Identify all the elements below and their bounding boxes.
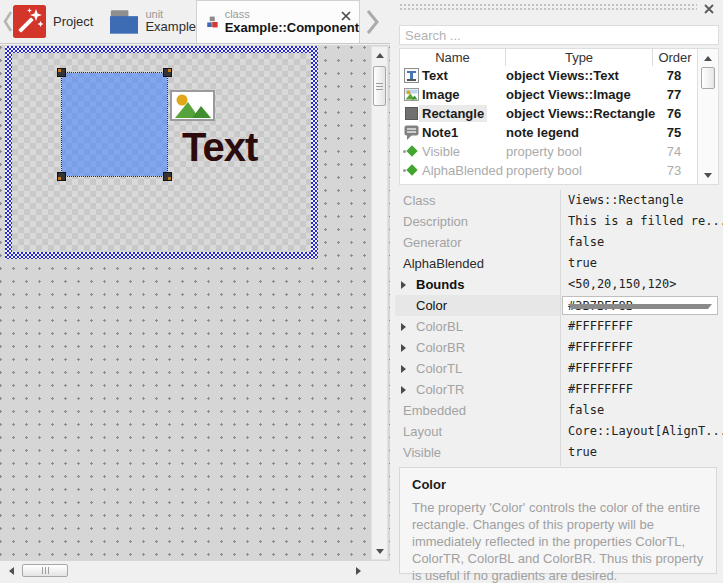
property-row-color[interactable]: Color #3B7BFF8B: [395, 295, 723, 316]
tab-unit-example[interactable]: unit Example: [110, 0, 196, 43]
property-diamond-icon: [403, 163, 419, 178]
tab-class-kind-label: class: [225, 8, 359, 21]
property-row-layout[interactable]: Layout Core::Layout[AlignT...: [395, 421, 723, 442]
member-row-visible[interactable]: Visible property bool 74: [400, 142, 697, 161]
members-scroll-thumb[interactable]: [701, 67, 715, 89]
member-row-image[interactable]: Image object Views::Image 77: [400, 85, 697, 104]
property-row-class[interactable]: Class Views::Rectangle: [395, 190, 723, 211]
help-title: Color: [412, 477, 704, 492]
vertical-scroll-thumb[interactable]: [373, 66, 386, 106]
component-outline[interactable]: Text: [5, 46, 318, 259]
scroll-left-icon[interactable]: [4, 564, 19, 578]
tab-bar: Project unit Example class Example::Comp…: [0, 0, 390, 44]
scroll-right-icon[interactable]: [351, 564, 366, 578]
selected-member-name: Rectangle: [419, 105, 487, 122]
chevron-down-icon[interactable]: [568, 304, 712, 309]
class-icon: [206, 8, 218, 36]
tab-project[interactable]: Project: [13, 0, 110, 43]
scroll-up-icon[interactable]: [372, 48, 387, 62]
scroll-down-icon[interactable]: [700, 168, 715, 182]
design-canvas[interactable]: Text: [0, 45, 390, 561]
member-row-note[interactable]: Note1 note legend 75: [400, 123, 697, 142]
tabs-scroll-right-icon[interactable]: [365, 8, 380, 40]
members-scrollbar[interactable]: [697, 49, 718, 184]
scroll-up-icon[interactable]: [700, 51, 715, 65]
rectangle-view[interactable]: [62, 73, 167, 176]
property-help-box: Color The property 'Color' controls the …: [399, 467, 717, 574]
resize-handle-top-right[interactable]: [163, 68, 172, 77]
scroll-down-icon[interactable]: [372, 544, 387, 558]
column-header-type[interactable]: Type: [506, 49, 653, 66]
property-row-generator[interactable]: Generator false: [395, 232, 723, 253]
property-row-visible[interactable]: Visible true: [395, 442, 723, 463]
color-value-dropdown[interactable]: #3B7BFF8B: [562, 296, 718, 315]
component-background[interactable]: Text: [12, 53, 311, 252]
text-view[interactable]: Text: [182, 125, 257, 170]
members-table-header: Name Type Order: [400, 49, 697, 66]
column-header-name[interactable]: Name: [400, 49, 506, 66]
member-row-text[interactable]: Text object Views::Text 78: [400, 66, 697, 85]
tab-class-label: Example::Component: [225, 21, 359, 36]
members-table: Name Type Order Text object Views::Text …: [399, 48, 719, 185]
property-grid: Class Views::Rectangle Description This …: [395, 190, 723, 464]
property-diamond-icon: [403, 144, 419, 159]
property-row-colortr[interactable]: ColorTR #FFFFFFFF: [395, 379, 723, 400]
tab-class-example-component[interactable]: class Example::Component: [196, 0, 360, 43]
member-row-alphablended[interactable]: AlphaBlended property bool 73: [400, 161, 697, 180]
unit-folder-icon: [110, 7, 138, 37]
property-row-embedded[interactable]: Embedded false: [395, 400, 723, 421]
rectangle-view-icon: [405, 107, 418, 120]
note-icon: [404, 125, 419, 140]
canvas-vertical-scrollbar[interactable]: [371, 46, 388, 560]
image-placeholder-icon: [172, 92, 213, 119]
embedded-wizard-window: Project unit Example class Example::Comp…: [0, 0, 723, 583]
help-body: The property 'Color' controls the color …: [412, 499, 704, 583]
panel-close-icon[interactable]: [702, 2, 716, 16]
horizontal-scroll-thumb[interactable]: [22, 564, 68, 577]
column-header-order[interactable]: Order: [653, 49, 697, 66]
text-view-icon: [404, 68, 419, 83]
property-row-bounds[interactable]: Bounds <50,20,150,120>: [395, 274, 723, 295]
project-wand-icon: [13, 5, 46, 38]
tab-unit-label: Example: [145, 20, 196, 35]
tab-close-icon[interactable]: [340, 8, 352, 20]
tab-project-label: Project: [53, 14, 93, 29]
resize-handle-bottom-right[interactable]: [163, 172, 172, 181]
image-view[interactable]: [170, 90, 215, 121]
resize-handle-bottom-left[interactable]: [57, 172, 66, 181]
search-input[interactable]: [399, 25, 719, 45]
image-view-icon: [404, 87, 419, 102]
property-row-alphablended[interactable]: AlphaBlended true: [395, 253, 723, 274]
canvas-horizontal-scrollbar[interactable]: [2, 562, 368, 579]
member-row-rectangle[interactable]: Rectangle object Views::Rectangle 76: [400, 104, 697, 123]
property-row-colorbl[interactable]: ColorBL #FFFFFFFF: [395, 316, 723, 337]
panel-drag-handle[interactable]: [399, 3, 697, 12]
property-row-colorbr[interactable]: ColorBR #FFFFFFFF: [395, 337, 723, 358]
property-row-colortl[interactable]: ColorTL #FFFFFFFF: [395, 358, 723, 379]
property-row-description[interactable]: Description This is a filled re...: [395, 211, 723, 232]
resize-handle-top-left[interactable]: [57, 68, 66, 77]
